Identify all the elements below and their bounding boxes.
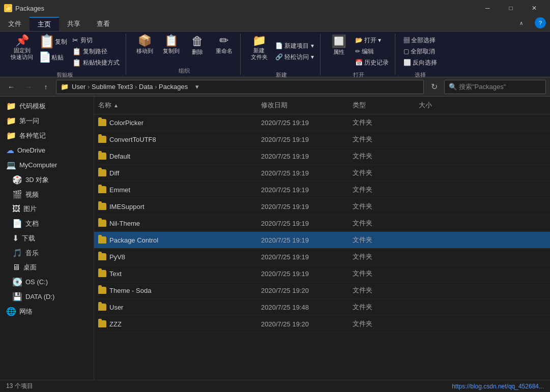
folder-icon — [98, 203, 106, 210]
sidebar-item-video[interactable]: 🎬 视频 — [0, 187, 94, 202]
table-row[interactable]: ConvertToUTF8 2020/7/25 19:19 文件夹 — [94, 131, 550, 148]
open-group: 🔲 属性 📂 打开 ▾ ✏ 编辑 📅 历史记录 打开 — [323, 34, 395, 75]
new-folder-icon: 📁 — [252, 35, 266, 46]
sidebar-item-documents[interactable]: 📄 文档 — [0, 216, 94, 231]
table-row[interactable]: Emmet 2020/7/25 19:19 文件夹 — [94, 182, 550, 198]
rename-button[interactable]: ✏ 重命名 — [212, 34, 236, 56]
sidebar-item-d-drive[interactable]: 💾 DATA (D:) — [0, 289, 94, 304]
table-row[interactable]: ZZZ 2020/7/25 19:20 文件夹 — [94, 316, 550, 333]
url-link[interactable]: https://blog.csdn.net/qq_452684... — [452, 383, 544, 390]
network-icon: 🌐 — [6, 307, 16, 316]
tab-view[interactable]: 查看 — [89, 17, 118, 31]
folder-icon: 📁 — [4, 4, 12, 12]
new-folder-button[interactable]: 📁 新建文件夹 — [247, 34, 271, 62]
copy-path-button[interactable]: 📋 复制路径 — [70, 46, 122, 57]
sidebar-item-onedrive[interactable]: ☁ OneDrive — [0, 143, 94, 158]
file-date: 2020/7/25 19:19 — [257, 201, 349, 213]
sidebar-item-notes[interactable]: 📁 各种笔记 — [0, 128, 94, 143]
documents-icon: 📄 — [12, 219, 22, 228]
sidebar-item-3d[interactable]: 🎲 3D 对象 — [0, 172, 94, 187]
table-row[interactable]: Diff 2020/7/25 19:19 文件夹 — [94, 165, 550, 182]
paste-shortcut-button[interactable]: 📋 粘贴快捷方式 — [70, 57, 122, 68]
sidebar-item-downloads[interactable]: ⬇ 下载 — [0, 231, 94, 246]
cut-button[interactable]: ✂ 剪切 — [70, 35, 122, 46]
invert-selection-button[interactable]: ⬜ 反向选择 — [401, 57, 439, 68]
sidebar-item-first[interactable]: 📁 第一问 — [0, 113, 94, 128]
file-name: ZZZ — [94, 318, 257, 330]
table-row[interactable]: IMESupport 2020/7/25 19:19 文件夹 — [94, 198, 550, 215]
search-bar[interactable]: 🔍 搜索"Packages" — [444, 80, 546, 94]
table-row[interactable]: PyV8 2020/7/25 19:19 文件夹 — [94, 249, 550, 265]
file-type: 文件夹 — [349, 267, 415, 280]
table-row[interactable]: ColorPicker 2020/7/25 19:19 文件夹 — [94, 114, 550, 131]
new-group: 📁 新建文件夹 📄 新建项目 ▾ 🔗 轻松访问 ▾ 新建 — [243, 34, 321, 75]
rename-icon: ✏ — [219, 35, 228, 46]
ribbon-tabs: 文件 主页 共享 查看 ∧ ? — [0, 16, 550, 32]
file-size — [415, 120, 466, 125]
sidebar-item-mycomputer[interactable]: 💻 MyComputer — [0, 158, 94, 172]
tab-file[interactable]: 文件 — [0, 17, 30, 31]
refresh-button[interactable]: ↻ — [427, 80, 441, 94]
open-items: 🔲 属性 📂 打开 ▾ ✏ 编辑 📅 历史记录 — [327, 34, 391, 69]
cut-icon: ✂ — [72, 36, 78, 44]
organize-group: 📦 移动到 📋 复制到 🗑 删除 ✏ 重命名 组织 — [128, 34, 241, 75]
table-row[interactable]: Nil-Theme 2020/7/25 19:19 文件夹 — [94, 215, 550, 232]
table-row[interactable]: Text 2020/7/25 19:19 文件夹 — [94, 265, 550, 282]
paste-button[interactable]: 📄 粘贴 — [38, 51, 68, 64]
edit-button[interactable]: ✏ 编辑 — [353, 46, 391, 57]
breadcrumb-folder-icon: 📁 — [61, 83, 69, 91]
folder-icon — [98, 119, 106, 126]
open-button[interactable]: 📂 打开 ▾ — [353, 35, 391, 46]
copy-button[interactable]: 📋 复制 — [38, 34, 68, 50]
copy-icon: 📋 — [39, 35, 55, 48]
col-header-size[interactable]: 大小 — [415, 99, 466, 112]
col-header-name[interactable]: 名称 ▲ — [94, 99, 257, 112]
file-type: 文件夹 — [349, 317, 415, 330]
table-row[interactable]: User 2020/7/25 19:48 文件夹 — [94, 299, 550, 316]
deselect-all-button[interactable]: ▢ 全部取消 — [401, 46, 439, 57]
history-button[interactable]: 📅 历史记录 — [353, 57, 391, 68]
back-button[interactable]: ← — [4, 80, 18, 94]
ribbon-body: 📌 固定到快速访问 📋 复制 📄 粘贴 ✂ 剪切 📋 — [0, 32, 550, 77]
pin-quick-access-button[interactable]: 📌 固定到快速访问 — [8, 34, 36, 62]
copy-to-button[interactable]: 📋 复制到 — [159, 34, 183, 56]
minimize-button[interactable]: ─ — [476, 0, 499, 16]
copy-to-icon: 📋 — [164, 35, 178, 46]
sidebar-item-pictures[interactable]: 🖼 图片 — [0, 202, 94, 216]
help-button[interactable]: ? — [535, 17, 546, 28]
file-size — [415, 288, 466, 292]
up-button[interactable]: ↑ — [39, 80, 53, 94]
file-list-header: 名称 ▲ 修改日期 类型 大小 — [94, 97, 550, 114]
col-header-date[interactable]: 修改日期 — [257, 99, 349, 112]
table-row[interactable]: Package Control 2020/7/25 19:19 文件夹 — [94, 232, 550, 249]
address-dropdown-button[interactable]: ▾ — [191, 83, 203, 91]
sidebar-item-template[interactable]: 📁 代码模板 — [0, 99, 94, 113]
sidebar-item-music[interactable]: 🎵 音乐 — [0, 246, 94, 260]
sidebar-item-c-drive[interactable]: 💽 OS (C:) — [0, 275, 94, 289]
properties-button[interactable]: 🔲 属性 — [327, 34, 351, 57]
file-date: 2020/7/25 19:19 — [257, 184, 349, 196]
close-button[interactable]: ✕ — [523, 0, 546, 16]
folder-icon — [98, 169, 106, 176]
file-name: IMESupport — [94, 201, 257, 213]
file-name: PyV8 — [94, 251, 257, 263]
new-item-button[interactable]: 📄 新建项目 ▾ — [273, 41, 316, 51]
sidebar-item-desktop[interactable]: 🖥 桌面 — [0, 260, 94, 275]
tab-home[interactable]: 主页 — [30, 17, 59, 31]
col-header-type[interactable]: 类型 — [349, 99, 415, 112]
tab-share[interactable]: 共享 — [59, 17, 89, 31]
sidebar-item-network[interactable]: 🌐 网络 — [0, 304, 94, 319]
table-row[interactable]: Theme - Soda 2020/7/25 19:20 文件夹 — [94, 282, 550, 299]
music-icon: 🎵 — [12, 248, 22, 258]
organize-items: 📦 移动到 📋 复制到 🗑 删除 ✏ 重命名 — [132, 34, 236, 65]
easy-access-button[interactable]: 🔗 轻松访问 ▾ — [273, 52, 316, 63]
file-type: 文件夹 — [349, 149, 415, 163]
table-row[interactable]: Default 2020/7/25 19:19 文件夹 — [94, 148, 550, 165]
forward-button[interactable]: → — [21, 80, 36, 94]
select-all-button[interactable]: ▦ 全部选择 — [401, 35, 439, 46]
address-bar[interactable]: 📁 User › Sublime Text3 › Data › Packages… — [56, 80, 424, 94]
ribbon-collapse-button[interactable]: ∧ — [509, 15, 533, 31]
delete-button[interactable]: 🗑 删除 — [185, 34, 210, 57]
maximize-button[interactable]: □ — [499, 0, 523, 16]
move-to-button[interactable]: 📦 移动到 — [132, 34, 157, 56]
